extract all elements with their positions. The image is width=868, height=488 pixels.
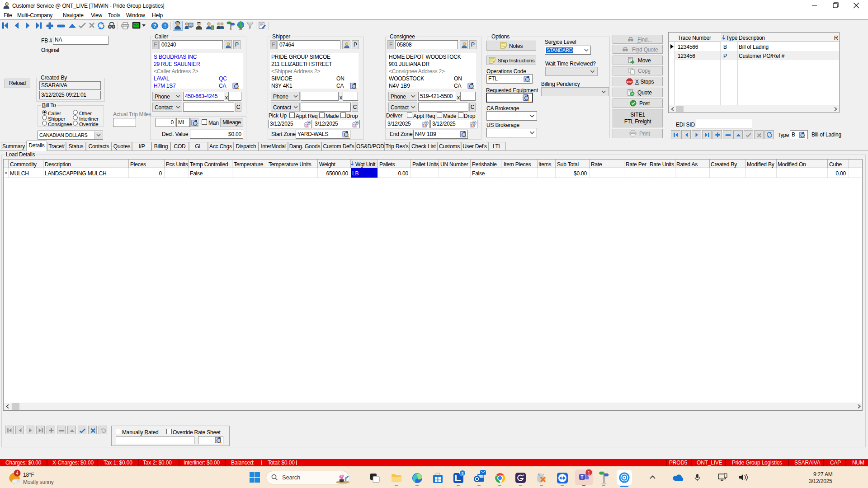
svg-text:1: 1 — [588, 470, 590, 475]
svg-text:?: ? — [153, 23, 156, 28]
svg-text:STOP: STOP — [627, 81, 632, 83]
svg-text:!: ! — [164, 23, 165, 28]
svg-text:4: 4 — [16, 471, 19, 476]
svg-text:5: 5 — [462, 471, 464, 476]
